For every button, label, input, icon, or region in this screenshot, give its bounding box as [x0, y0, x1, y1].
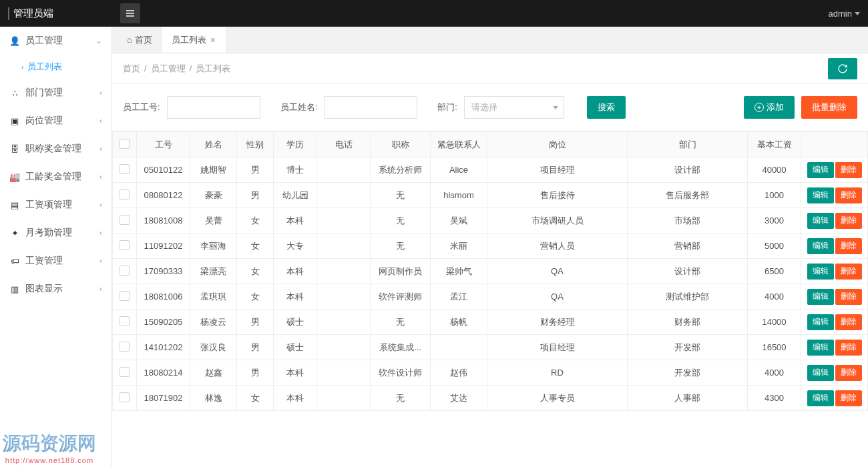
table-cell: 无 — [371, 310, 431, 335]
edit-button[interactable]: 编辑 — [807, 314, 834, 330]
delete-button[interactable]: 删除 — [835, 390, 862, 406]
sidebar-toggle[interactable] — [120, 3, 140, 23]
table-cell: 杨帆 — [431, 310, 487, 335]
edit-button[interactable]: 编辑 — [807, 289, 834, 305]
row-checkbox[interactable] — [120, 215, 130, 225]
delete-button[interactable]: 删除 — [835, 289, 862, 305]
table-cell — [317, 259, 371, 284]
table-row: 14101202张汉良男硕士系统集成...项目经理开发部16500编辑删除 — [113, 335, 868, 360]
tab-home[interactable]: ⌂ 首页 — [118, 27, 162, 53]
table-row: 18080214赵鑫男本科软件设计师赵伟RD开发部4000编辑删除 — [113, 360, 868, 386]
delete-button[interactable]: 删除 — [835, 314, 862, 330]
table-cell: 幼儿园 — [274, 183, 317, 208]
sidebar-item-employee[interactable]: 👤 员工管理 ⌄ — [0, 27, 112, 55]
edit-button[interactable]: 编辑 — [807, 213, 834, 229]
delete-button[interactable]: 删除 — [835, 340, 862, 356]
delete-button[interactable]: 删除 — [835, 238, 862, 254]
table-header-row: 工号 姓名 性别 学历 电话 职称 紧急联系人 岗位 部门 基本工资 — [113, 132, 868, 157]
dept-label: 部门: — [437, 101, 457, 113]
sidebar-item-title-bonus[interactable]: 🗄 职称奖金管理 ‹ — [0, 135, 112, 163]
delete-button[interactable]: 删除 — [835, 187, 862, 203]
employee-id-input[interactable] — [167, 96, 260, 119]
table-cell: 4000 — [748, 284, 801, 310]
row-checkbox[interactable] — [120, 367, 130, 377]
close-icon[interactable]: × — [210, 35, 216, 45]
money-icon: ▤ — [9, 199, 20, 210]
table-cell: QA — [487, 284, 628, 310]
table-cell — [317, 386, 371, 411]
table-cell: 项目经理 — [487, 157, 628, 183]
table-cell: 人事部 — [628, 386, 748, 411]
chevron-left-icon: ‹ — [99, 200, 102, 209]
table-cell: 男 — [237, 360, 274, 386]
row-checkbox[interactable] — [120, 342, 130, 352]
table-cell: 08080122 — [137, 183, 190, 208]
user-name: admin — [829, 9, 852, 19]
row-checkbox[interactable] — [120, 164, 130, 174]
table-cell: 杨凌云 — [190, 310, 237, 335]
edit-button[interactable]: 编辑 — [807, 187, 834, 203]
table-cell: 市场调研人员 — [487, 208, 628, 234]
sidebar-item-position[interactable]: ▣ 岗位管理 ‹ — [0, 107, 112, 135]
employee-name-input[interactable] — [324, 96, 417, 119]
sidebar-item-salary-item[interactable]: ▤ 工资项管理 ‹ — [0, 191, 112, 219]
row-checkbox[interactable] — [120, 291, 130, 301]
delete-button[interactable]: 删除 — [835, 213, 862, 229]
row-checkbox[interactable] — [120, 392, 130, 402]
table-cell: 林逸 — [190, 386, 237, 411]
select-all-checkbox[interactable] — [120, 139, 130, 149]
row-checkbox[interactable] — [120, 189, 130, 199]
table-row: 11091202李丽海女大专无米丽营销人员营销部5000编辑删除 — [113, 234, 868, 259]
edit-button[interactable]: 编辑 — [807, 264, 834, 280]
table-cell: 15090205 — [137, 310, 190, 335]
row-checkbox[interactable] — [120, 240, 130, 250]
chart-icon: ▥ — [9, 284, 20, 294]
sidebar-item-attendance[interactable]: ✦ 月考勤管理 ‹ — [0, 219, 112, 247]
search-button[interactable]: 搜索 — [587, 96, 626, 119]
delete-button[interactable]: 删除 — [835, 365, 862, 381]
table-cell: 6500 — [748, 259, 801, 284]
dept-select[interactable]: 请选择 — [464, 96, 564, 119]
batch-delete-button[interactable]: 批量删除 — [801, 96, 857, 119]
chevron-left-icon: ‹ — [99, 256, 102, 266]
sidebar-item-department[interactable]: ⛬ 部门管理 ‹ — [0, 79, 112, 107]
delete-button[interactable]: 删除 — [835, 162, 862, 178]
row-checkbox[interactable] — [120, 266, 130, 276]
edit-button[interactable]: 编辑 — [807, 238, 834, 254]
table-cell: 3000 — [748, 208, 801, 234]
add-button[interactable]: + 添加 — [744, 96, 795, 119]
tab-employee-list[interactable]: 员工列表 × — [162, 27, 226, 53]
table-cell: 1000 — [748, 183, 801, 208]
sidebar-item-salary[interactable]: 🏷 工资管理 ‹ — [0, 247, 112, 275]
edit-button[interactable]: 编辑 — [807, 340, 834, 356]
table-row: 17090333梁漂亮女本科网页制作员梁帅气QA设计部6500编辑删除 — [113, 259, 868, 284]
table-cell: 姚期智 — [190, 157, 237, 183]
table-cell: 人事专员 — [487, 386, 628, 411]
table-row: 18081008吴蕾女本科无吴斌市场调研人员市场部3000编辑删除 — [113, 208, 868, 234]
sidebar-item-charts[interactable]: ▥ 图表显示 ‹ — [0, 275, 112, 303]
table-cell: 女 — [237, 208, 274, 234]
table-cell: 女 — [237, 259, 274, 284]
table-cell: 孟琪琪 — [190, 284, 237, 310]
delete-button[interactable]: 删除 — [835, 264, 862, 280]
sidebar-item-seniority-bonus[interactable]: 🏭 工龄奖金管理 ‹ — [0, 163, 112, 191]
table-cell — [317, 183, 371, 208]
table-cell: 赵伟 — [431, 360, 487, 386]
table-cell: 男 — [237, 157, 274, 183]
chevron-left-icon: ‹ — [99, 172, 102, 181]
edit-button[interactable]: 编辑 — [807, 162, 834, 178]
user-menu[interactable]: admin — [829, 9, 860, 19]
table-cell: 博士 — [274, 157, 317, 183]
edit-button[interactable]: 编辑 — [807, 365, 834, 381]
row-checkbox[interactable] — [120, 316, 130, 326]
table-cell: 张汉良 — [190, 335, 237, 360]
table-cell — [317, 234, 371, 259]
edit-button[interactable]: 编辑 — [807, 390, 834, 406]
table-cell: 米丽 — [431, 234, 487, 259]
table-cell: 财务经理 — [487, 310, 628, 335]
breadcrumb: 首页/员工管理/员工列表 — [123, 63, 828, 75]
sidebar-sub-employee-list[interactable]: › 员工列表 — [0, 55, 112, 79]
refresh-button[interactable] — [828, 58, 857, 79]
chevron-down-icon — [855, 12, 860, 15]
tag-icon: 🏷 — [9, 256, 20, 266]
